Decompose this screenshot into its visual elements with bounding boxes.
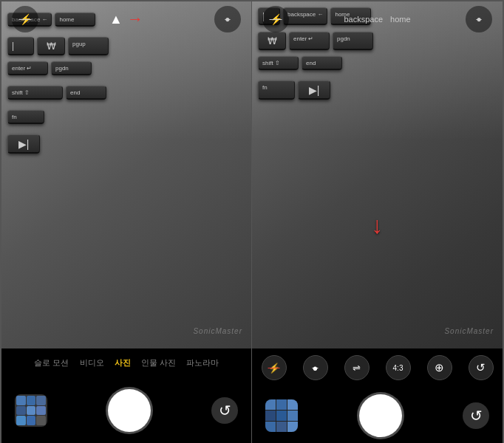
key-row-3-right: shift ⇧ end (258, 56, 342, 70)
end-key-left: end (66, 86, 106, 100)
mode-portrait[interactable]: 인물 사진 (141, 357, 176, 368)
tab-cell-5 (276, 411, 287, 421)
options-bar-right: ⚡ ● ⇌ 4:3 ⊕ ↺ (252, 348, 503, 387)
enter-key-left: enter ↵ (7, 61, 48, 75)
live-off-button-right[interactable]: ● (466, 6, 492, 32)
ratio-option-button[interactable]: 4:3 (386, 355, 411, 380)
thumb-cell-9 (36, 416, 46, 425)
gallery-thumbnail-right[interactable] (265, 399, 298, 432)
timer-option-button[interactable]: ⊕ (427, 355, 452, 380)
live-off-icon-left: ● (225, 14, 230, 24)
left-keyboard-photo: backspace ← home | ₩ pgup enter ↵ pgdn s… (1, 1, 251, 348)
live-circle-icon: ● (313, 363, 319, 374)
left-top-bar: ⚡ ▲ → ● (1, 1, 251, 37)
arrow-up-icon: ▲ (109, 12, 123, 27)
keyboard-label-home: home (390, 15, 411, 24)
flash-option-button[interactable]: ⚡ (262, 355, 287, 380)
flash-strike-icon: ⚡ (268, 363, 280, 374)
top-center-left: ▲ → (109, 10, 143, 29)
w-key-left: ₩ (37, 37, 65, 55)
media-r-key: ▶| (298, 80, 330, 100)
media-key-left: ▶| (7, 134, 40, 154)
flip-camera-button-left[interactable]: ↺ (211, 397, 238, 424)
tab-cell-1 (265, 399, 276, 410)
thumb-cell-5 (27, 406, 36, 416)
filter-icon: ↺ (476, 361, 486, 374)
controls-row-left: ↺ (1, 377, 251, 443)
top-center-right: backspace home (344, 15, 410, 24)
tab-cell-9 (287, 422, 298, 432)
ratio-label: 4:3 (393, 364, 403, 372)
right-camera-view: | backspace ← home ₩ enter ↵ pgdn shift … (252, 1, 503, 348)
tab-cell-2 (276, 399, 287, 410)
mode-bar-left: 슬로 모션 비디오 사진 인물 사진 파노라마 (1, 348, 251, 377)
timer-icon: ⊕ (435, 361, 444, 374)
flip-camera-button-right[interactable]: ↺ (463, 402, 489, 429)
key-row-5-left: fn (7, 110, 44, 124)
live-option-button[interactable]: ● (303, 355, 328, 380)
mode-slow-motion[interactable]: 슬로 모션 (34, 357, 69, 368)
mode-video[interactable]: 비디오 (80, 357, 104, 368)
shutter-button-left[interactable] (108, 389, 151, 432)
arrow-right-red-icon: → (127, 10, 143, 29)
right-bottom-bar: ↺ (252, 387, 503, 443)
tab-cell-7 (265, 422, 276, 432)
brand-text-left: SonicMaster (193, 327, 242, 335)
keyboard-label-backspace: backspace (344, 15, 383, 24)
red-arrow-down-indicator: ↓ (372, 212, 384, 239)
end-r-key: end (302, 56, 342, 70)
live-off-icon-right: ● (476, 14, 481, 24)
key-row-3-left: enter ↵ pgdn (7, 61, 92, 75)
tab-cell-4 (265, 411, 276, 421)
right-keyboard-photo: | backspace ← home ₩ enter ↵ pgdn shift … (252, 1, 503, 348)
thumb-cell-7 (16, 416, 26, 425)
fn-key-left: fn (7, 110, 44, 124)
thumb-cell-4 (16, 406, 26, 416)
left-panel: ⚡ ▲ → ● backspace ← home | ₩ pgu (1, 1, 252, 443)
fn-r-key: fn (258, 80, 295, 100)
key-row-6-left: ▶| (7, 134, 40, 154)
pgup-key-left: pgup (68, 37, 109, 55)
flash-off-icon-left: ⚡ (19, 13, 32, 25)
right-top-bar: ⚡ backspace home ● (252, 1, 503, 37)
filter-option-button[interactable]: ↺ (469, 355, 494, 380)
flash-off-icon-right: ⚡ (270, 13, 282, 25)
thumb-cell-8 (27, 416, 36, 425)
flash-off-button-right[interactable]: ⚡ (262, 6, 289, 32)
flip-camera-icon-right: ↺ (470, 407, 483, 425)
shift-r-key: shift ⇧ (258, 56, 299, 70)
tab-cell-6 (287, 411, 298, 421)
thumb-cell-3 (36, 396, 46, 405)
key-row-4-right: fn ▶| (258, 80, 330, 100)
flip-camera-icon-left: ↺ (219, 402, 231, 419)
brand-text-right: SonicMaster (444, 327, 494, 335)
flash-off-button-left[interactable]: ⚡ (12, 6, 38, 32)
gallery-thumbnail-left[interactable] (15, 394, 47, 427)
shift-key-left: shift ⇧ (7, 86, 63, 100)
main-container: ⚡ ▲ → ● backspace ← home | ₩ pgu (0, 0, 504, 443)
thumb-cell-2 (27, 396, 36, 405)
left-camera-view: backspace ← home | ₩ pgup enter ↵ pgdn s… (1, 1, 251, 348)
controls-row-right: ↺ (252, 387, 503, 443)
thumb-cell-1 (16, 396, 26, 405)
pgdn-key-left: pgdn (51, 61, 92, 75)
thumb-cell-6 (36, 406, 46, 416)
right-panel: ⚡ backspace home ● | backspace ← home ₩ … (252, 1, 503, 443)
flip-icon: ⇌ (353, 363, 361, 374)
tab-cell-3 (287, 399, 298, 410)
left-bottom-bar: 슬로 모션 비디오 사진 인물 사진 파노라마 (1, 348, 251, 443)
live-off-button-left[interactable]: ● (214, 6, 241, 32)
mode-panorama[interactable]: 파노라마 (186, 357, 219, 368)
key-row-4-left: shift ⇧ end (7, 86, 106, 100)
key-row-2-left: | ₩ pgup (7, 37, 109, 55)
tab-cell-8 (276, 422, 287, 432)
pipe-key-left: | (7, 37, 34, 55)
flip-option-button[interactable]: ⇌ (344, 355, 370, 380)
mode-photo-active[interactable]: 사진 (115, 357, 131, 368)
shutter-button-right[interactable] (359, 394, 402, 437)
